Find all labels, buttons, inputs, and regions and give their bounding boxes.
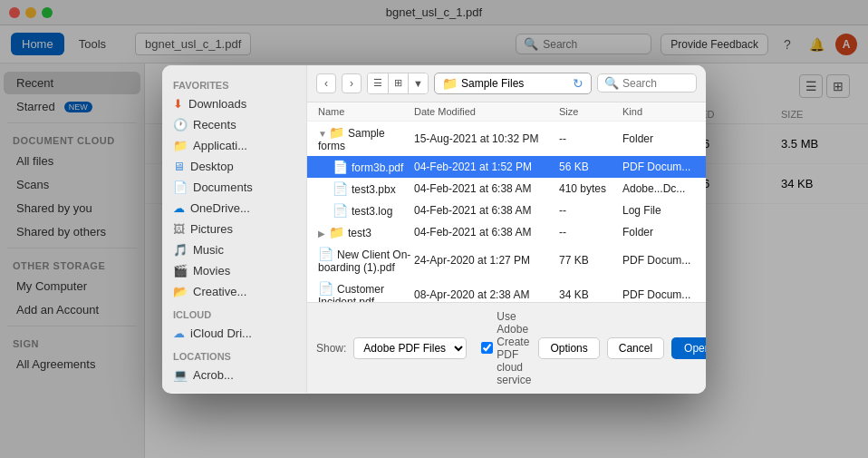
grid-view-btn[interactable]: ⊞ <box>388 73 408 93</box>
dialog-sidebar-pictures[interactable]: 🖼 Pictures <box>162 219 306 239</box>
documents-icon: 📄 <box>173 180 188 194</box>
dialog-bottom: Show: Adobe PDF Files Use Adobe Create P… <box>307 303 706 394</box>
col-date: Date Modified <box>414 106 559 117</box>
dialog-body: ‹ › ☰ ⊞ ▼ 📁 Sample Files ↻ 🔍 <box>307 65 706 394</box>
acrob-icon: 💻 <box>173 368 188 382</box>
open-file-dialog: Favorites ⬇ Downloads 🕐 Recents 📁 Applic… <box>162 65 706 394</box>
list-view-btn[interactable]: ☰ <box>368 73 388 93</box>
desktop-icon: 🖥 <box>173 160 185 173</box>
sort-btn[interactable]: ▼ <box>408 73 428 93</box>
list-item[interactable]: ▼📁Sample forms 15-Aug-2021 at 10:32 PM -… <box>307 122 706 156</box>
favorites-label: Favorites <box>162 73 306 93</box>
back-button[interactable]: ‹ <box>316 73 336 93</box>
dialog-sidebar-recents[interactable]: 🕐 Recents <box>162 114 306 135</box>
dialog-sidebar-downloads[interactable]: ⬇ Downloads <box>162 93 306 114</box>
dialog-file-list: ▼📁Sample forms 15-Aug-2021 at 10:32 PM -… <box>307 122 706 303</box>
col-kind: Kind <box>622 106 695 117</box>
dialog-col-header: Name Date Modified Size Kind <box>307 102 706 122</box>
icloud-icon: ☁ <box>173 326 185 340</box>
cancel-button[interactable]: Cancel <box>607 337 664 359</box>
dialog-sidebar-movies[interactable]: 🎬 Movies <box>162 260 306 281</box>
icloud-label: iCloud <box>162 302 306 323</box>
dialog-sidebar-acrob[interactable]: 💻 Acrob... <box>162 365 306 385</box>
show-label: Show: <box>316 342 346 355</box>
dialog-sidebar-music[interactable]: 🎵 Music <box>162 239 306 260</box>
creative-icon: 📂 <box>173 285 188 298</box>
dialog-sidebar: Favorites ⬇ Downloads 🕐 Recents 📁 Applic… <box>162 65 307 393</box>
open-button[interactable]: Open <box>671 337 706 359</box>
dialog-sidebar-applications[interactable]: 📁 Applicati... <box>162 135 306 156</box>
locations-label: Locations <box>162 344 306 365</box>
dialog-sidebar-desktop[interactable]: 🖥 Desktop <box>162 156 306 177</box>
dialog-search[interactable]: 🔍 <box>597 73 697 93</box>
dialog-sidebar-icloud[interactable]: ☁ iCloud Dri... <box>162 323 306 344</box>
dialog-sidebar-documents[interactable]: 📄 Documents <box>162 177 306 198</box>
dialog-sidebar-creative[interactable]: 📂 Creative... <box>162 281 306 302</box>
view-toggle-group: ☰ ⊞ ▼ <box>367 73 429 94</box>
forward-button[interactable]: › <box>342 73 362 93</box>
dialog-sidebar-onedrive[interactable]: ☁ OneDrive... <box>162 198 306 219</box>
col-size: Size <box>559 106 622 117</box>
path-folder-icon: 📁 <box>442 76 458 91</box>
onedrive-icon: ☁ <box>173 201 185 215</box>
options-button[interactable]: Options <box>538 337 599 359</box>
recents-icon: 🕐 <box>173 118 188 132</box>
applications-icon: 📁 <box>173 139 188 152</box>
list-item[interactable]: 📄New Client On-boarding (1).pdf 24-Apr-2… <box>307 243 706 278</box>
dialog-actions: Options Cancel Open <box>538 337 706 359</box>
list-item[interactable]: 📄Customer Incident.pdf 08-Apr-2020 at 2:… <box>307 278 706 303</box>
dialog-search-input[interactable] <box>622 77 695 90</box>
pictures-icon: 🖼 <box>173 222 185 236</box>
movies-icon: 🎬 <box>173 264 188 278</box>
search-icon: 🔍 <box>604 76 619 90</box>
path-refresh-icon[interactable]: ↻ <box>573 76 583 91</box>
path-text: Sample Files <box>461 77 524 90</box>
cloud-checkbox[interactable] <box>481 342 493 354</box>
music-icon: 🎵 <box>173 243 188 257</box>
list-item[interactable]: ▶📁test3 04-Feb-2021 at 6:38 AM -- Folder <box>307 221 706 243</box>
list-item[interactable]: 📄test3.log 04-Feb-2021 at 6:38 AM -- Log… <box>307 200 706 221</box>
dialog-path: 📁 Sample Files ↻ <box>434 73 592 94</box>
col-name: Name <box>318 106 414 117</box>
show-select[interactable]: Adobe PDF Files <box>353 337 467 359</box>
dialog-overlay: Favorites ⬇ Downloads 🕐 Recents 📁 Applic… <box>0 0 868 458</box>
downloads-icon: ⬇ <box>173 97 183 111</box>
cloud-check: Use Adobe Create PDF cloud service <box>481 310 531 386</box>
list-item[interactable]: 📄form3b.pdf 04-Feb-2021 at 1:52 PM 56 KB… <box>307 156 706 178</box>
list-item[interactable]: 📄test3.pbx 04-Feb-2021 at 6:38 AM 410 by… <box>307 178 706 200</box>
dialog-toolbar: ‹ › ☰ ⊞ ▼ 📁 Sample Files ↻ 🔍 <box>307 65 706 102</box>
